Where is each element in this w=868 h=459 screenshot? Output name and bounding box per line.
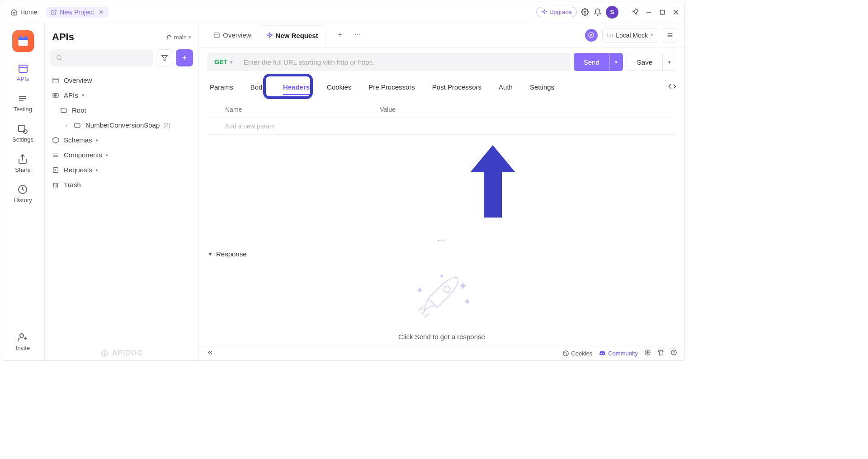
subtab-auth[interactable]: Auth [496,80,515,95]
cookies-link[interactable]: Cookies [562,350,592,357]
tree-label: Requests [64,166,92,174]
new-param-input[interactable] [225,123,658,130]
subtab-body[interactable]: Body [248,80,269,95]
chevron-right-icon: ▸ [106,152,110,158]
home-tab[interactable]: Home [5,6,42,19]
tree-label: Overview [64,76,92,84]
rail-share[interactable]: Share [15,154,31,173]
filter-icon [161,54,168,62]
overview-icon [52,77,60,84]
app-logo[interactable] [12,30,34,52]
share-icon [17,154,28,165]
search-input[interactable] [50,49,153,66]
subtab-pre[interactable]: Pre Processors [366,80,418,95]
tree-root[interactable]: Root [49,103,194,118]
tab-new-request[interactable]: New Request [259,25,326,46]
env-indicator[interactable] [585,29,598,42]
svg-point-19 [167,38,168,39]
tab-menu[interactable] [349,31,367,40]
param-row-new[interactable] [207,118,676,135]
tree-trash[interactable]: Trash [49,177,194,192]
svg-marker-37 [590,34,592,36]
svg-point-44 [563,351,568,356]
tab-overview[interactable]: Overview [206,25,259,46]
chevron-down-icon[interactable]: ▾ [209,251,212,257]
chevron-down-icon: ▾ [651,32,653,38]
send-button[interactable]: Send [574,53,609,71]
subtab-settings[interactable]: Settings [527,80,557,95]
collapse-sidebar-button[interactable] [207,349,214,358]
rail-apis[interactable]: APIs [17,63,29,82]
send-dropdown[interactable]: ▾ [609,53,623,71]
tab-label: Overview [223,31,251,39]
settings-icon[interactable] [580,8,590,17]
branch-name: main [174,34,187,41]
chevron-down-icon: ▾ [189,34,191,40]
chevron-right-icon: › [66,123,70,128]
testing-icon [17,93,28,104]
code-view-toggle[interactable] [668,82,676,92]
panel-menu[interactable] [663,28,677,43]
subtab-post[interactable]: Post Processors [429,80,484,95]
window-minimize[interactable] [644,7,654,17]
apis-icon [18,63,28,74]
tree-requests[interactable]: Requests ▸ [49,162,194,177]
close-icon[interactable]: ✕ [99,9,104,16]
rail-history[interactable]: History [14,184,32,203]
subtab-headers[interactable]: Headers [280,80,312,95]
rail-invite[interactable]: Invite [16,332,30,351]
avatar[interactable]: S [606,6,618,19]
method-selector[interactable]: GET ▾ [207,53,240,71]
project-tab[interactable]: New Project ✕ [46,7,108,18]
upload-icon[interactable] [644,349,651,358]
environment-selector[interactable]: Lo Local Mock ▾ [602,28,658,43]
tree-schemas[interactable]: Schemas ▸ [49,132,194,147]
tree-label: Trash [64,181,81,189]
value-column: Value [380,106,396,113]
schemas-icon [52,137,60,144]
svg-point-35 [359,34,360,35]
chevron-down-icon: ▾ [82,92,86,98]
window-maximize[interactable] [657,7,667,17]
compass-icon [588,32,594,38]
method-label: GET [214,58,227,66]
tree-label: APIs [64,91,78,99]
tab-label: New Request [276,32,318,39]
window-close[interactable] [671,7,681,17]
tree-components[interactable]: Components ▸ [49,147,194,162]
svg-point-43 [441,275,443,277]
tree-overview[interactable]: Overview [49,73,194,88]
tree-label: Schemas [64,136,92,144]
tree-apis[interactable]: 96 APIs ▾ [49,88,194,103]
filter-button[interactable] [156,49,173,66]
pin-icon[interactable] [631,8,640,17]
tree-folder[interactable]: › NumberConversionSoap (2) [49,118,194,132]
tab-add[interactable]: + [331,30,349,40]
chevron-down-icon: ▾ [230,59,233,65]
discord-icon [599,350,606,357]
branch-selector[interactable]: main ▾ [166,34,191,41]
save-button[interactable]: Save [627,53,663,71]
home-icon [10,9,18,16]
bell-icon[interactable] [593,8,602,17]
rail-label: Invite [16,345,30,351]
response-divider[interactable]: ⋯ [199,234,684,246]
url-input[interactable] [240,58,570,66]
trash-icon [52,181,60,189]
svg-point-21 [57,56,61,60]
community-link[interactable]: Community [599,350,638,357]
rail-settings[interactable]: Settings [12,123,33,143]
rail-testing[interactable]: Testing [14,93,32,113]
svg-rect-6 [18,38,28,40]
subtab-cookies[interactable]: Cookies [324,80,354,95]
add-button[interactable]: + [176,49,193,66]
bolt-icon [266,32,273,40]
chevron-down-icon: ▾ [668,59,671,65]
save-dropdown[interactable]: ▾ [663,53,676,71]
env-prefix: Lo [607,32,613,38]
upgrade-button[interactable]: Upgrade [536,7,577,17]
shirt-icon[interactable] [657,349,664,358]
env-name: Local Mock [616,32,648,39]
subtab-params[interactable]: Params [207,80,236,95]
help-icon[interactable] [670,349,677,358]
